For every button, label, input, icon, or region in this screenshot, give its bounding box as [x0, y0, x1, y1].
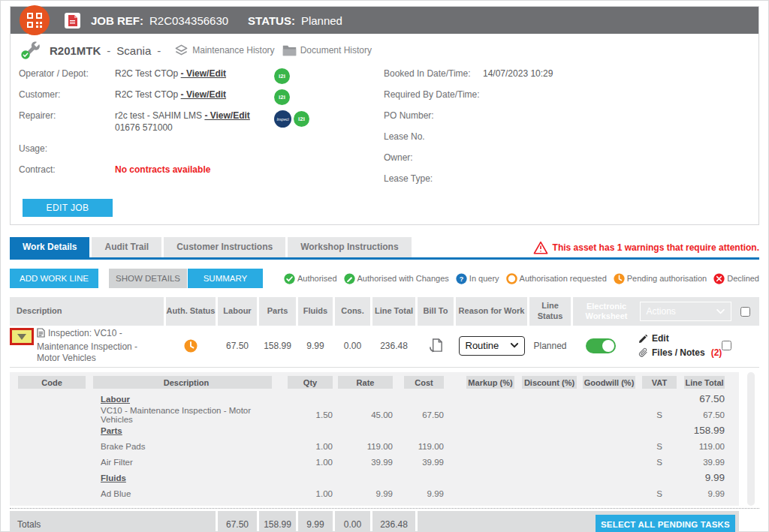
totals-line-total: 236.48 [372, 511, 415, 532]
summary-button[interactable]: SUMMARY [188, 269, 263, 288]
totals-parts: 158.99 [259, 511, 296, 532]
item-cost: 9.99 [404, 489, 444, 498]
item-rate: 9.99 [338, 489, 393, 498]
tab-audit-trail[interactable]: Audit Trail [92, 237, 161, 257]
work-line-description-text: Inspection: VC10 - Maintenance Inspectio… [37, 328, 137, 363]
pending-authorisation-icon [184, 339, 198, 353]
bill-to-cell [418, 326, 454, 365]
electronic-worksheet-label: Electronic Worksheet [583, 302, 631, 321]
i2i-badge-icon[interactable]: i2i [294, 111, 309, 127]
warning-triangle-icon [533, 241, 548, 254]
i2i-badge-icon[interactable]: i2i [274, 89, 290, 105]
item-description: VC10 - Maintenance Inspection - Motor Ve… [93, 406, 272, 424]
totals-label: Totals [10, 511, 216, 532]
edit-job-button[interactable]: EDIT JOB [23, 199, 113, 217]
job-info-left-column: Operator / Depot: R2C Test CTOp - View/E… [11, 68, 375, 194]
view-edit-link[interactable]: - View/Edit [181, 68, 226, 79]
col-description: Description [93, 376, 272, 389]
pending-auth-icon [614, 273, 625, 284]
detail-group-row-fluids: Fluids 9.99 [10, 470, 739, 485]
item-qty: 1.50 [288, 410, 333, 419]
auth-requested-icon [506, 273, 517, 284]
field-label: Lease No. [384, 131, 483, 142]
item-cost: 39.99 [404, 458, 444, 467]
view-edit-link[interactable]: - View/Edit [181, 89, 226, 100]
work-line-detail-table: Code Description Qty Rate Cost Markup (%… [10, 372, 739, 506]
job-sheet-pdf-icon[interactable] [65, 13, 80, 29]
col-cons: Cons. [335, 297, 370, 326]
col-auth-status: Auth. Status [166, 297, 216, 326]
tab-work-details[interactable]: Work Details [10, 237, 89, 257]
repairer-value: r2c test - SAHIM LMS [115, 110, 202, 121]
edit-work-line-link[interactable]: Edit [638, 332, 722, 346]
vertical-scrollbar[interactable] [747, 372, 755, 506]
info-row-customer: Customer: R2C Test CTOp - View/Edit i2i [19, 89, 375, 110]
field-value: r2c test - SAHIM LMS - View/Edit 01676 5… [115, 110, 274, 134]
badges: i2i [274, 89, 290, 105]
detail-group-row-labour: Labour 67.50 [10, 391, 739, 407]
detail-item-row: VC10 - Maintenance Inspection - Motor Ve… [10, 407, 739, 422]
declined-icon [713, 273, 725, 284]
item-description: Ad Blue [93, 489, 272, 498]
select-all-checkbox[interactable] [740, 307, 750, 317]
authorised-changes-icon [344, 273, 355, 284]
inspect-badge-icon[interactable]: Inspect [274, 110, 291, 128]
actions-dropdown[interactable]: Actions [640, 302, 731, 321]
info-row-booked-in: Booked In Date/Time: 14/07/2023 10:29 [384, 68, 758, 89]
item-line-total: 9.99 [684, 489, 725, 498]
info-row-lease-type: Lease Type: [384, 173, 758, 194]
document-history-link[interactable]: Document History [282, 44, 372, 56]
line-total-value: 236.48 [372, 326, 415, 365]
totals-actions-cell: SELECT ALL PENDING TASKS [418, 511, 739, 532]
field-label: Usage: [19, 143, 115, 154]
info-row-lease-no: Lease No. [384, 131, 758, 152]
work-line-row: Inspection: VC10 - Maintenance Inspectio… [10, 326, 759, 368]
detail-item-row: Brake Pads 1.00 119.00 119.00 S 119.00 [10, 438, 739, 454]
show-details-button[interactable]: SHOW DETAILS [109, 269, 187, 288]
col-markup: Markup (%) [466, 376, 514, 389]
view-edit-link[interactable]: - View/Edit [204, 110, 249, 121]
document-icon [37, 328, 45, 341]
col-labour: Labour [218, 297, 257, 326]
expand-collapse-toggle[interactable] [10, 328, 34, 345]
status-value: Planned [301, 14, 342, 27]
item-line-total: 119.00 [684, 442, 725, 451]
i2i-badge-icon[interactable]: i2i [274, 68, 290, 84]
select-all-pending-tasks-button[interactable]: SELECT ALL PENDING TASKS [596, 515, 735, 532]
field-label: Lease Type: [384, 173, 483, 184]
totals-row: Totals 67.50 158.99 9.99 0.00 236.48 SEL… [10, 511, 739, 532]
work-line-checkbox[interactable] [722, 341, 731, 350]
col-vat: VAT [642, 376, 677, 389]
asset-warning: This asset has 1 warnings that require a… [533, 241, 759, 257]
col-bill-to: Bill To [418, 297, 454, 326]
item-qty: 1.00 [288, 458, 333, 467]
add-work-line-button[interactable]: ADD WORK LINE [10, 269, 98, 288]
line-status-value: Planned [529, 326, 571, 365]
info-row-operator: Operator / Depot: R2C Test CTOp - View/E… [19, 68, 375, 89]
files-notes-link[interactable]: Files / Notes (2) [638, 346, 722, 360]
reason-cell: Routine [456, 326, 527, 365]
tab-underline [10, 257, 759, 260]
detail-item-row: Ad Blue 1.00 9.99 9.99 S 9.99 [10, 485, 739, 501]
maintenance-history-link[interactable]: Maintenance History [174, 44, 274, 58]
col-code: Code [18, 376, 86, 389]
vehicle-row: R201MTK - Scania - Maintenance History D… [23, 40, 758, 61]
totals-labour: 67.50 [218, 511, 257, 532]
job-titlebar: JOB REF: R2C034356630 STATUS: Planned [11, 7, 758, 34]
warning-text: This asset has 1 warnings that require a… [553, 242, 759, 253]
info-row-owner: Owner: [384, 152, 758, 173]
electronic-worksheet-toggle[interactable] [586, 338, 616, 353]
reason-for-work-select[interactable]: Routine [459, 336, 525, 356]
field-value: No contracts available [115, 164, 274, 176]
item-rate: 119.00 [338, 442, 393, 451]
info-row-required-by: Required By Date/Time: [384, 89, 758, 110]
field-label: Operator / Depot: [19, 68, 115, 79]
totals-cons: 0.00 [335, 511, 370, 532]
job-ref-value: R2C034356630 [149, 14, 228, 27]
legend-in-query: ? In query [456, 273, 499, 284]
tab-customer-instructions[interactable]: Customer Instructions [164, 237, 285, 257]
svg-text:?: ? [460, 275, 464, 282]
paperclip-icon [638, 347, 648, 357]
group-label: Fluids [93, 473, 272, 482]
tab-workshop-instructions[interactable]: Workshop Instructions [288, 237, 411, 257]
